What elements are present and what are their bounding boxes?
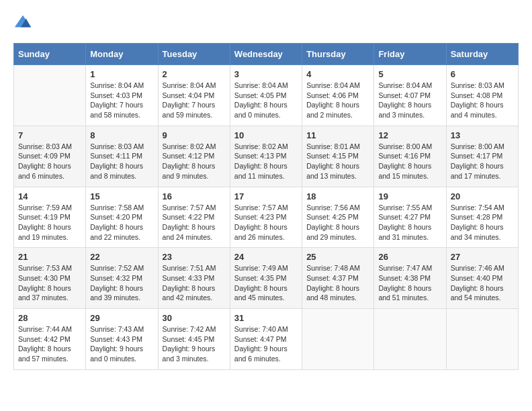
day-info: Sunrise: 7:55 AMSunset: 4:27 PMDaylight:… bbox=[378, 203, 441, 242]
day-number: 21 bbox=[18, 252, 81, 262]
day-info: Sunrise: 8:00 AMSunset: 4:17 PMDaylight:… bbox=[451, 142, 514, 181]
day-info: Sunrise: 8:01 AMSunset: 4:15 PMDaylight:… bbox=[306, 142, 369, 181]
calendar-week-row: 21Sunrise: 7:53 AMSunset: 4:30 PMDayligh… bbox=[14, 248, 519, 309]
calendar-cell: 10Sunrise: 8:02 AMSunset: 4:13 PMDayligh… bbox=[230, 126, 302, 187]
day-number: 30 bbox=[163, 313, 226, 323]
weekday-header: Friday bbox=[374, 44, 446, 65]
calendar-cell: 27Sunrise: 7:46 AMSunset: 4:40 PMDayligh… bbox=[446, 248, 518, 309]
day-info: Sunrise: 8:00 AMSunset: 4:16 PMDaylight:… bbox=[378, 142, 441, 181]
day-number: 18 bbox=[306, 191, 369, 201]
weekday-header: Wednesday bbox=[230, 44, 302, 65]
calendar-week-row: 1Sunrise: 8:04 AMSunset: 4:03 PMDaylight… bbox=[14, 65, 519, 126]
day-number: 28 bbox=[18, 313, 81, 323]
day-number: 16 bbox=[163, 191, 226, 201]
day-number: 17 bbox=[234, 191, 298, 201]
page-header bbox=[13, 13, 519, 32]
day-number: 27 bbox=[451, 252, 514, 262]
calendar-header: SundayMondayTuesdayWednesdayThursdayFrid… bbox=[14, 44, 519, 65]
calendar-cell: 1Sunrise: 8:04 AMSunset: 4:03 PMDaylight… bbox=[86, 65, 158, 126]
calendar-cell: 14Sunrise: 7:59 AMSunset: 4:19 PMDayligh… bbox=[14, 187, 86, 248]
day-number: 29 bbox=[90, 313, 153, 323]
day-number: 26 bbox=[378, 252, 441, 262]
day-info: Sunrise: 8:04 AMSunset: 4:03 PMDaylight:… bbox=[90, 81, 153, 120]
calendar-cell: 11Sunrise: 8:01 AMSunset: 4:15 PMDayligh… bbox=[302, 126, 374, 187]
calendar-cell: 5Sunrise: 8:04 AMSunset: 4:07 PMDaylight… bbox=[374, 65, 446, 126]
calendar-cell: 13Sunrise: 8:00 AMSunset: 4:17 PMDayligh… bbox=[446, 126, 518, 187]
calendar-cell: 15Sunrise: 7:58 AMSunset: 4:20 PMDayligh… bbox=[86, 187, 158, 248]
calendar-cell bbox=[14, 65, 86, 126]
calendar-week-row: 28Sunrise: 7:44 AMSunset: 4:42 PMDayligh… bbox=[14, 309, 519, 370]
calendar-table: SundayMondayTuesdayWednesdayThursdayFrid… bbox=[13, 43, 519, 370]
day-info: Sunrise: 7:47 AMSunset: 4:38 PMDaylight:… bbox=[378, 263, 441, 303]
calendar-cell: 23Sunrise: 7:51 AMSunset: 4:33 PMDayligh… bbox=[158, 248, 230, 309]
calendar-cell: 9Sunrise: 8:02 AMSunset: 4:12 PMDaylight… bbox=[158, 126, 230, 187]
day-info: Sunrise: 7:40 AMSunset: 4:47 PMDaylight:… bbox=[234, 324, 298, 364]
logo bbox=[13, 13, 35, 32]
day-number: 3 bbox=[234, 69, 298, 79]
day-info: Sunrise: 7:59 AMSunset: 4:19 PMDaylight:… bbox=[18, 203, 81, 242]
day-number: 6 bbox=[451, 69, 514, 79]
day-number: 31 bbox=[234, 313, 298, 323]
calendar-cell: 22Sunrise: 7:52 AMSunset: 4:32 PMDayligh… bbox=[86, 248, 158, 309]
day-info: Sunrise: 8:04 AMSunset: 4:05 PMDaylight:… bbox=[234, 81, 298, 120]
calendar-cell: 28Sunrise: 7:44 AMSunset: 4:42 PMDayligh… bbox=[14, 309, 86, 370]
calendar-cell bbox=[302, 309, 374, 370]
calendar-cell: 31Sunrise: 7:40 AMSunset: 4:47 PMDayligh… bbox=[230, 309, 302, 370]
day-number: 4 bbox=[306, 69, 369, 79]
day-info: Sunrise: 8:04 AMSunset: 4:04 PMDaylight:… bbox=[163, 81, 226, 120]
day-info: Sunrise: 7:58 AMSunset: 4:20 PMDaylight:… bbox=[90, 203, 153, 242]
weekday-row: SundayMondayTuesdayWednesdayThursdayFrid… bbox=[14, 44, 519, 65]
day-info: Sunrise: 7:51 AMSunset: 4:33 PMDaylight:… bbox=[163, 263, 226, 303]
day-info: Sunrise: 8:02 AMSunset: 4:13 PMDaylight:… bbox=[234, 142, 298, 181]
day-number: 19 bbox=[378, 191, 441, 201]
calendar-cell: 25Sunrise: 7:48 AMSunset: 4:37 PMDayligh… bbox=[302, 248, 374, 309]
calendar-cell: 24Sunrise: 7:49 AMSunset: 4:35 PMDayligh… bbox=[230, 248, 302, 309]
calendar-cell: 4Sunrise: 8:04 AMSunset: 4:06 PMDaylight… bbox=[302, 65, 374, 126]
calendar-cell: 3Sunrise: 8:04 AMSunset: 4:05 PMDaylight… bbox=[230, 65, 302, 126]
day-info: Sunrise: 8:04 AMSunset: 4:07 PMDaylight:… bbox=[378, 81, 441, 120]
day-number: 10 bbox=[234, 130, 298, 140]
calendar-cell bbox=[374, 309, 446, 370]
weekday-header: Monday bbox=[86, 44, 158, 65]
calendar-cell: 18Sunrise: 7:56 AMSunset: 4:25 PMDayligh… bbox=[302, 187, 374, 248]
calendar-week-row: 7Sunrise: 8:03 AMSunset: 4:09 PMDaylight… bbox=[14, 126, 519, 187]
day-number: 14 bbox=[18, 191, 81, 201]
day-info: Sunrise: 7:43 AMSunset: 4:43 PMDaylight:… bbox=[90, 324, 153, 364]
day-number: 12 bbox=[378, 130, 441, 140]
day-info: Sunrise: 7:52 AMSunset: 4:32 PMDaylight:… bbox=[90, 263, 153, 303]
day-number: 11 bbox=[306, 130, 369, 140]
day-number: 25 bbox=[306, 252, 369, 262]
day-info: Sunrise: 8:03 AMSunset: 4:11 PMDaylight:… bbox=[90, 142, 153, 181]
calendar-cell: 6Sunrise: 8:03 AMSunset: 4:08 PMDaylight… bbox=[446, 65, 518, 126]
day-number: 5 bbox=[378, 69, 441, 79]
day-number: 2 bbox=[163, 69, 226, 79]
day-number: 20 bbox=[451, 191, 514, 201]
weekday-header: Saturday bbox=[446, 44, 518, 65]
calendar-cell: 12Sunrise: 8:00 AMSunset: 4:16 PMDayligh… bbox=[374, 126, 446, 187]
calendar-cell: 21Sunrise: 7:53 AMSunset: 4:30 PMDayligh… bbox=[14, 248, 86, 309]
day-number: 7 bbox=[18, 130, 81, 140]
calendar-cell: 19Sunrise: 7:55 AMSunset: 4:27 PMDayligh… bbox=[374, 187, 446, 248]
day-info: Sunrise: 8:04 AMSunset: 4:06 PMDaylight:… bbox=[306, 81, 369, 120]
calendar-cell: 26Sunrise: 7:47 AMSunset: 4:38 PMDayligh… bbox=[374, 248, 446, 309]
weekday-header: Sunday bbox=[14, 44, 86, 65]
calendar-cell: 17Sunrise: 7:57 AMSunset: 4:23 PMDayligh… bbox=[230, 187, 302, 248]
day-info: Sunrise: 7:46 AMSunset: 4:40 PMDaylight:… bbox=[451, 263, 514, 303]
day-info: Sunrise: 7:53 AMSunset: 4:30 PMDaylight:… bbox=[18, 263, 81, 303]
day-number: 22 bbox=[90, 252, 153, 262]
calendar-cell: 20Sunrise: 7:54 AMSunset: 4:28 PMDayligh… bbox=[446, 187, 518, 248]
logo-icon bbox=[13, 13, 32, 32]
day-info: Sunrise: 7:54 AMSunset: 4:28 PMDaylight:… bbox=[451, 203, 514, 242]
calendar-cell bbox=[446, 309, 518, 370]
day-info: Sunrise: 7:56 AMSunset: 4:25 PMDaylight:… bbox=[306, 203, 369, 242]
calendar-week-row: 14Sunrise: 7:59 AMSunset: 4:19 PMDayligh… bbox=[14, 187, 519, 248]
calendar-cell: 30Sunrise: 7:42 AMSunset: 4:45 PMDayligh… bbox=[158, 309, 230, 370]
day-info: Sunrise: 7:49 AMSunset: 4:35 PMDaylight:… bbox=[234, 263, 298, 303]
calendar-cell: 2Sunrise: 8:04 AMSunset: 4:04 PMDaylight… bbox=[158, 65, 230, 126]
day-info: Sunrise: 7:57 AMSunset: 4:22 PMDaylight:… bbox=[163, 203, 226, 242]
day-info: Sunrise: 8:03 AMSunset: 4:09 PMDaylight:… bbox=[18, 142, 81, 181]
day-info: Sunrise: 7:44 AMSunset: 4:42 PMDaylight:… bbox=[18, 324, 81, 364]
day-number: 24 bbox=[234, 252, 298, 262]
day-number: 8 bbox=[90, 130, 153, 140]
day-number: 1 bbox=[90, 69, 153, 79]
